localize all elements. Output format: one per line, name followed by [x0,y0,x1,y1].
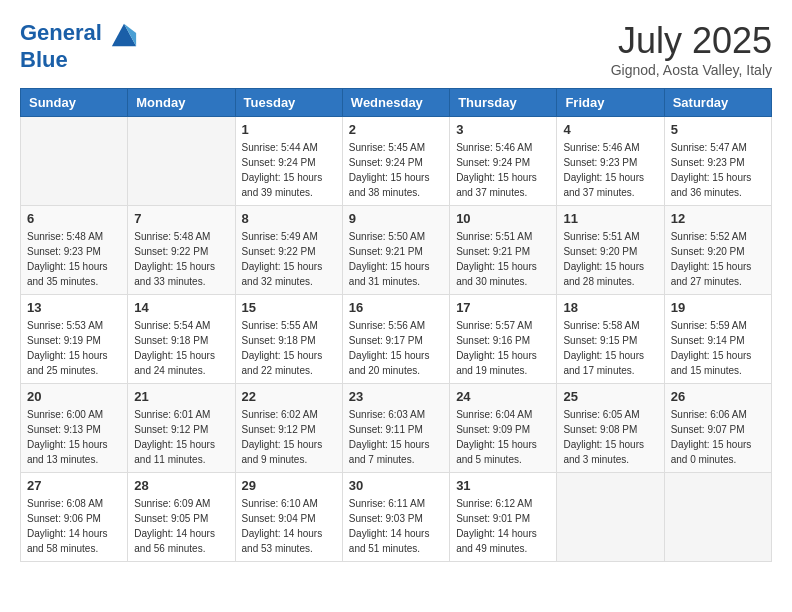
day-info: Sunrise: 5:59 AM Sunset: 9:14 PM Dayligh… [671,318,765,378]
calendar-cell: 24 Sunrise: 6:04 AM Sunset: 9:09 PM Dayl… [450,384,557,473]
calendar-cell: 12 Sunrise: 5:52 AM Sunset: 9:20 PM Dayl… [664,206,771,295]
logo-general: General [20,20,102,45]
day-info: Sunrise: 6:05 AM Sunset: 9:08 PM Dayligh… [563,407,657,467]
calendar-cell: 11 Sunrise: 5:51 AM Sunset: 9:20 PM Dayl… [557,206,664,295]
calendar-cell: 16 Sunrise: 5:56 AM Sunset: 9:17 PM Dayl… [342,295,449,384]
calendar-cell [21,117,128,206]
month-title: July 2025 [611,20,772,62]
day-info: Sunrise: 5:57 AM Sunset: 9:16 PM Dayligh… [456,318,550,378]
page-header: General Blue July 2025 Gignod, Aosta Val… [20,20,772,78]
day-number: 18 [563,300,657,315]
day-number: 19 [671,300,765,315]
day-info: Sunrise: 6:08 AM Sunset: 9:06 PM Dayligh… [27,496,121,556]
calendar-week-4: 20 Sunrise: 6:00 AM Sunset: 9:13 PM Dayl… [21,384,772,473]
day-info: Sunrise: 6:02 AM Sunset: 9:12 PM Dayligh… [242,407,336,467]
calendar-week-3: 13 Sunrise: 5:53 AM Sunset: 9:19 PM Dayl… [21,295,772,384]
calendar-cell: 2 Sunrise: 5:45 AM Sunset: 9:24 PM Dayli… [342,117,449,206]
calendar-cell: 10 Sunrise: 5:51 AM Sunset: 9:21 PM Dayl… [450,206,557,295]
title-block: July 2025 Gignod, Aosta Valley, Italy [611,20,772,78]
day-info: Sunrise: 5:56 AM Sunset: 9:17 PM Dayligh… [349,318,443,378]
calendar-cell: 7 Sunrise: 5:48 AM Sunset: 9:22 PM Dayli… [128,206,235,295]
day-info: Sunrise: 5:49 AM Sunset: 9:22 PM Dayligh… [242,229,336,289]
calendar-cell: 20 Sunrise: 6:00 AM Sunset: 9:13 PM Dayl… [21,384,128,473]
calendar-week-5: 27 Sunrise: 6:08 AM Sunset: 9:06 PM Dayl… [21,473,772,562]
day-info: Sunrise: 5:51 AM Sunset: 9:20 PM Dayligh… [563,229,657,289]
day-info: Sunrise: 5:58 AM Sunset: 9:15 PM Dayligh… [563,318,657,378]
calendar-cell: 9 Sunrise: 5:50 AM Sunset: 9:21 PM Dayli… [342,206,449,295]
calendar-cell: 8 Sunrise: 5:49 AM Sunset: 9:22 PM Dayli… [235,206,342,295]
calendar-cell: 30 Sunrise: 6:11 AM Sunset: 9:03 PM Dayl… [342,473,449,562]
weekday-header-saturday: Saturday [664,89,771,117]
day-number: 29 [242,478,336,493]
calendar-cell: 3 Sunrise: 5:46 AM Sunset: 9:24 PM Dayli… [450,117,557,206]
day-info: Sunrise: 5:54 AM Sunset: 9:18 PM Dayligh… [134,318,228,378]
calendar-cell: 1 Sunrise: 5:44 AM Sunset: 9:24 PM Dayli… [235,117,342,206]
day-info: Sunrise: 5:50 AM Sunset: 9:21 PM Dayligh… [349,229,443,289]
day-info: Sunrise: 6:01 AM Sunset: 9:12 PM Dayligh… [134,407,228,467]
calendar-cell: 25 Sunrise: 6:05 AM Sunset: 9:08 PM Dayl… [557,384,664,473]
day-number: 1 [242,122,336,137]
calendar-week-2: 6 Sunrise: 5:48 AM Sunset: 9:23 PM Dayli… [21,206,772,295]
day-number: 22 [242,389,336,404]
day-info: Sunrise: 6:12 AM Sunset: 9:01 PM Dayligh… [456,496,550,556]
day-number: 6 [27,211,121,226]
day-number: 10 [456,211,550,226]
calendar-cell: 4 Sunrise: 5:46 AM Sunset: 9:23 PM Dayli… [557,117,664,206]
day-number: 13 [27,300,121,315]
day-number: 9 [349,211,443,226]
logo-blue: Blue [20,47,68,72]
day-info: Sunrise: 6:06 AM Sunset: 9:07 PM Dayligh… [671,407,765,467]
day-number: 17 [456,300,550,315]
calendar-cell: 23 Sunrise: 6:03 AM Sunset: 9:11 PM Dayl… [342,384,449,473]
calendar-week-1: 1 Sunrise: 5:44 AM Sunset: 9:24 PM Dayli… [21,117,772,206]
day-number: 15 [242,300,336,315]
calendar-cell: 19 Sunrise: 5:59 AM Sunset: 9:14 PM Dayl… [664,295,771,384]
day-info: Sunrise: 5:52 AM Sunset: 9:20 PM Dayligh… [671,229,765,289]
weekday-header-friday: Friday [557,89,664,117]
calendar-cell: 21 Sunrise: 6:01 AM Sunset: 9:12 PM Dayl… [128,384,235,473]
day-info: Sunrise: 5:48 AM Sunset: 9:23 PM Dayligh… [27,229,121,289]
calendar-cell: 22 Sunrise: 6:02 AM Sunset: 9:12 PM Dayl… [235,384,342,473]
calendar-cell: 26 Sunrise: 6:06 AM Sunset: 9:07 PM Dayl… [664,384,771,473]
calendar-cell [128,117,235,206]
day-info: Sunrise: 5:51 AM Sunset: 9:21 PM Dayligh… [456,229,550,289]
day-number: 21 [134,389,228,404]
calendar-cell: 18 Sunrise: 5:58 AM Sunset: 9:15 PM Dayl… [557,295,664,384]
weekday-header-monday: Monday [128,89,235,117]
logo-icon [110,20,138,48]
day-number: 11 [563,211,657,226]
weekday-header-wednesday: Wednesday [342,89,449,117]
calendar-header-row: SundayMondayTuesdayWednesdayThursdayFrid… [21,89,772,117]
calendar-cell: 27 Sunrise: 6:08 AM Sunset: 9:06 PM Dayl… [21,473,128,562]
day-info: Sunrise: 5:46 AM Sunset: 9:23 PM Dayligh… [563,140,657,200]
day-info: Sunrise: 5:46 AM Sunset: 9:24 PM Dayligh… [456,140,550,200]
day-number: 25 [563,389,657,404]
day-info: Sunrise: 6:00 AM Sunset: 9:13 PM Dayligh… [27,407,121,467]
day-info: Sunrise: 6:03 AM Sunset: 9:11 PM Dayligh… [349,407,443,467]
calendar-cell: 29 Sunrise: 6:10 AM Sunset: 9:04 PM Dayl… [235,473,342,562]
weekday-header-tuesday: Tuesday [235,89,342,117]
day-number: 8 [242,211,336,226]
calendar-table: SundayMondayTuesdayWednesdayThursdayFrid… [20,88,772,562]
day-number: 3 [456,122,550,137]
day-info: Sunrise: 6:04 AM Sunset: 9:09 PM Dayligh… [456,407,550,467]
weekday-header-sunday: Sunday [21,89,128,117]
day-info: Sunrise: 5:53 AM Sunset: 9:19 PM Dayligh… [27,318,121,378]
calendar-cell: 28 Sunrise: 6:09 AM Sunset: 9:05 PM Dayl… [128,473,235,562]
day-number: 12 [671,211,765,226]
calendar-cell: 5 Sunrise: 5:47 AM Sunset: 9:23 PM Dayli… [664,117,771,206]
day-number: 26 [671,389,765,404]
day-info: Sunrise: 5:47 AM Sunset: 9:23 PM Dayligh… [671,140,765,200]
day-number: 14 [134,300,228,315]
day-info: Sunrise: 6:11 AM Sunset: 9:03 PM Dayligh… [349,496,443,556]
day-number: 20 [27,389,121,404]
weekday-header-thursday: Thursday [450,89,557,117]
location: Gignod, Aosta Valley, Italy [611,62,772,78]
day-number: 5 [671,122,765,137]
day-info: Sunrise: 5:48 AM Sunset: 9:22 PM Dayligh… [134,229,228,289]
day-number: 23 [349,389,443,404]
logo: General Blue [20,20,138,72]
day-info: Sunrise: 6:09 AM Sunset: 9:05 PM Dayligh… [134,496,228,556]
calendar-cell: 17 Sunrise: 5:57 AM Sunset: 9:16 PM Dayl… [450,295,557,384]
day-number: 2 [349,122,443,137]
